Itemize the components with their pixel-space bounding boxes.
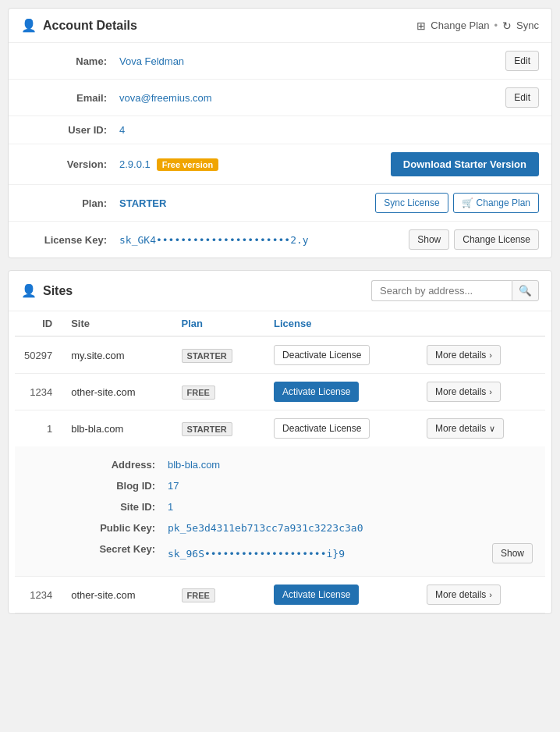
change-plan-button[interactable]: 🛒 Change Plan — [453, 193, 539, 213]
col-site-header: Site — [62, 311, 172, 336]
site-plan: FREE — [172, 374, 264, 410]
person-icon: 👤 — [21, 18, 37, 33]
blogid-detail-row: Blog ID: 17 — [77, 475, 533, 496]
site-license: Activate License — [264, 374, 417, 410]
address-detail-row: Address: blb-bla.com — [77, 454, 533, 475]
blogid-value: 17 — [168, 480, 179, 492]
plan-row: Plan: STARTER Sync License 🛒 Change Plan — [9, 185, 551, 222]
site-plan: STARTER — [172, 336, 264, 374]
license-key-value: sk_GK4••••••••••••••••••••••2.y — [119, 234, 409, 246]
siteid-value: 1 — [168, 501, 173, 513]
name-value: Vova Feldman — [119, 55, 505, 67]
sites-table: ID Site Plan License 50297 my.site.com S… — [15, 311, 545, 613]
col-plan-header: Plan — [172, 311, 264, 336]
site-more: More details › — [417, 577, 545, 613]
sites-card: 👤 Sites 🔍 ID Site Plan License — [8, 270, 552, 614]
sites-person-icon: 👤 — [21, 283, 37, 298]
sites-title: 👤 Sites — [21, 283, 73, 298]
userid-value: 4 — [119, 124, 539, 136]
page-wrapper: 👤 Account Details ⊞ Change Plan • ↻ Sync… — [0, 0, 560, 634]
expanded-details-row: Address: blb-bla.com Blog ID: 17 Site ID… — [15, 446, 545, 577]
name-actions: Edit — [505, 51, 539, 71]
table-row: 1234 other-site.com FREE Activate Licens… — [15, 374, 545, 410]
sites-card-header: 👤 Sites 🔍 — [9, 271, 551, 311]
chevron-right-icon: › — [489, 590, 492, 599]
deactivate-license-button[interactable]: Deactivate License — [274, 418, 370, 439]
site-id: 1234 — [15, 374, 62, 410]
plan-value: STARTER — [119, 197, 375, 209]
account-card-header: 👤 Account Details ⊞ Change Plan • ↻ Sync — [9, 9, 551, 43]
version-content: 2.9.0.1 Free version Download Starter Ve… — [119, 152, 539, 176]
change-plan-link[interactable]: Change Plan — [431, 20, 489, 31]
email-row: Email: vova@freemius.com Edit — [9, 80, 551, 116]
plan-actions: Sync License 🛒 Change Plan — [375, 193, 539, 213]
address-value: blb-bla.com — [168, 459, 220, 471]
account-title: 👤 Account Details — [21, 18, 137, 33]
chevron-down-icon: ∨ — [489, 424, 495, 434]
change-license-button[interactable]: Change License — [454, 229, 539, 250]
site-id: 1 — [15, 410, 62, 447]
more-details-button[interactable]: More details ∨ — [427, 418, 504, 439]
site-id: 50297 — [15, 336, 62, 374]
email-actions: Edit — [505, 87, 539, 108]
search-input[interactable] — [371, 280, 512, 301]
plan-content: STARTER Sync License 🛒 Change Plan — [119, 193, 539, 213]
secretkey-value: sk_96S••••••••••••••••••••i}9 — [168, 548, 492, 560]
search-bar: 🔍 — [371, 280, 539, 301]
more-details-button[interactable]: More details › — [427, 382, 501, 402]
show-secret-key-button[interactable]: Show — [492, 543, 533, 563]
col-actions-header — [417, 311, 545, 336]
change-plan-btn-label: Change Plan — [477, 197, 530, 208]
site-name: my.site.com — [62, 336, 172, 374]
version-left: 2.9.0.1 Free version — [119, 158, 218, 171]
sync-license-button[interactable]: Sync License — [375, 193, 448, 213]
table-row: 1 blb-bla.com STARTER Deactivate License… — [15, 410, 545, 447]
sites-title-text: Sites — [43, 284, 73, 298]
deactivate-license-button[interactable]: Deactivate License — [274, 345, 370, 365]
grid-icon: ⊞ — [416, 20, 426, 32]
name-edit-button[interactable]: Edit — [505, 51, 539, 71]
site-name: other-site.com — [62, 577, 172, 613]
license-key-row: License Key: sk_GK4•••••••••••••••••••••… — [9, 222, 551, 258]
site-more: More details › — [417, 374, 545, 410]
account-header-actions: ⊞ Change Plan • ↻ Sync — [416, 20, 539, 32]
table-row: 1234 other-site.com FREE Activate Licens… — [15, 577, 545, 613]
secretkey-row: sk_96S••••••••••••••••••••i}9 Show — [168, 543, 533, 563]
sync-link[interactable]: Sync — [516, 20, 539, 31]
show-license-button[interactable]: Show — [409, 229, 449, 250]
site-more: More details ∨ — [417, 410, 545, 447]
separator: • — [494, 20, 498, 31]
email-value: vova@freemius.com — [119, 92, 505, 104]
site-license: Deactivate License — [264, 336, 417, 374]
account-card: 👤 Account Details ⊞ Change Plan • ↻ Sync… — [8, 8, 552, 258]
table-row: 50297 my.site.com STARTER Deactivate Lic… — [15, 336, 545, 374]
site-name: other-site.com — [62, 374, 172, 410]
expanded-details-cell: Address: blb-bla.com Blog ID: 17 Site ID… — [15, 446, 545, 577]
license-key-label: License Key: — [21, 234, 107, 246]
cart-icon: 🛒 — [462, 197, 473, 208]
site-plan: FREE — [172, 577, 264, 613]
email-label: Email: — [21, 92, 107, 104]
search-button[interactable]: 🔍 — [512, 280, 539, 301]
email-edit-button[interactable]: Edit — [505, 87, 539, 108]
sites-table-wrapper: ID Site Plan License 50297 my.site.com S… — [9, 311, 551, 613]
more-details-button[interactable]: More details › — [427, 345, 501, 365]
siteid-detail-row: Site ID: 1 — [77, 496, 533, 517]
plan-label: Plan: — [21, 197, 107, 209]
activate-license-button[interactable]: Activate License — [274, 382, 359, 402]
version-label: Version: — [21, 158, 107, 170]
download-starter-button[interactable]: Download Starter Version — [391, 152, 539, 176]
free-version-badge: Free version — [157, 158, 218, 171]
site-more: More details › — [417, 336, 545, 374]
name-row: Name: Vova Feldman Edit — [9, 43, 551, 80]
userid-label: User ID: — [21, 124, 107, 136]
publickey-value: pk_5e3d4311eb713cc7a931c3223c3a0 — [168, 522, 363, 534]
table-header-row: ID Site Plan License — [15, 311, 545, 336]
activate-license-button[interactable]: Activate License — [274, 585, 359, 605]
chevron-right-icon: › — [489, 350, 492, 360]
secretkey-label: Secret Key: — [77, 543, 155, 555]
account-title-text: Account Details — [43, 19, 137, 33]
siteid-label: Site ID: — [77, 501, 155, 513]
publickey-detail-row: Public Key: pk_5e3d4311eb713cc7a931c3223… — [77, 517, 533, 538]
more-details-button[interactable]: More details › — [427, 585, 501, 605]
